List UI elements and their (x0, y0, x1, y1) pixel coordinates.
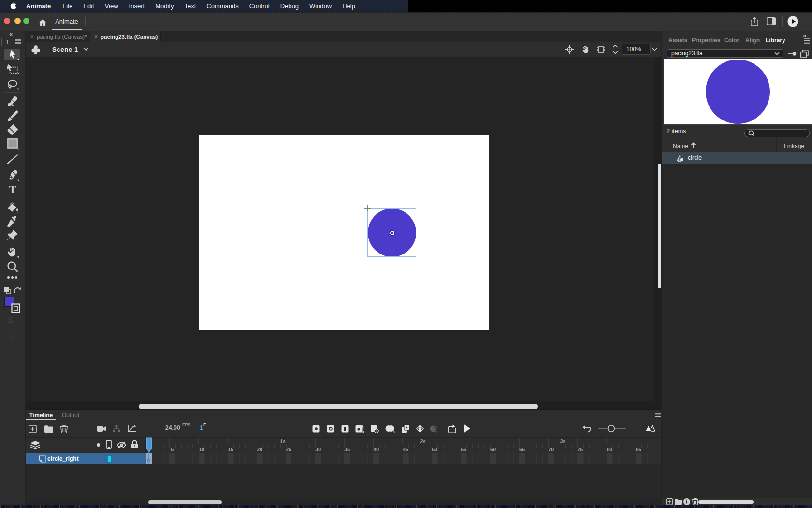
svg-text:A: A (361, 424, 364, 429)
